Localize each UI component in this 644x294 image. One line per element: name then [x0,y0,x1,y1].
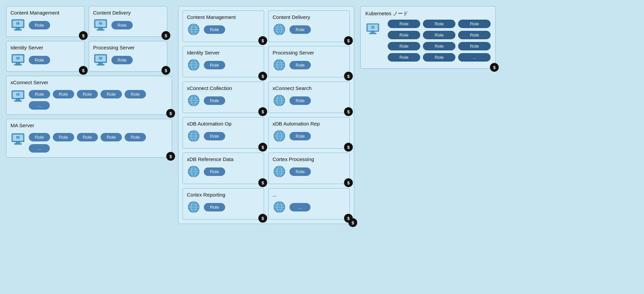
column-2: Content Management Role $ Content Delive… [178,6,354,224]
globe-icon-cd-col2 [273,23,286,36]
ma-role-3: Role [77,133,98,141]
k8s-role-ellipsis: ... [458,53,491,62]
dollar-badge-cd-col2: $ [344,36,353,45]
svg-rect-7 [97,29,104,30]
identity-server-title-col1: Identity Server [10,45,80,50]
content-delivery-title-col1: Content Delivery [93,10,163,16]
xdbrd-box-col2: xDB Reference Data Role $ [183,153,264,184]
ma-role-4: Role [101,133,122,141]
k8s-role-3: Role [458,20,491,28]
crep-content-col2: Role [187,200,260,214]
content-delivery-content-col1: Role [93,18,163,32]
k8s-role-6: Role [458,31,491,39]
processing-server-title-col1: Processing Server [93,45,163,50]
ma-server-title-col1: MA Server [10,122,168,128]
dollar-badge-xdbrd-col2: $ [258,178,267,187]
xconnect-roles-grid: Role Role Role Role Role ... [29,90,168,110]
monitor-icon-xc-col1 [10,89,25,103]
cd-title-col2: Content Delivery [273,14,345,20]
svg-rect-6 [99,28,103,29]
dollar-badge-xcc-col2: $ [258,107,267,116]
globe-icon-cm-col2 [187,23,200,36]
k8s-role-10: Role [388,53,420,62]
dollar-badge-xdbao-col2: $ [258,143,267,152]
xconnect-role-3: Role [77,90,98,98]
k8s-role-4: Role [388,31,420,39]
dollar-badge-crep-col2: $ [258,214,267,223]
xcc-content-col2: Role [187,94,260,107]
svg-rect-14 [16,57,20,60]
ps-title-col2: Processing Server [273,50,345,55]
svg-rect-16 [99,63,103,64]
k8s-role-1: Role [388,20,420,28]
content-delivery-box-col1: Content Delivery Role $ [89,6,167,37]
column-1: Content Management Role $ Content Delive… [6,6,172,158]
globe-icon-xcc-col2 [187,94,200,107]
top-pair: Content Management Role $ Content Delive… [6,6,172,37]
svg-rect-29 [16,136,20,139]
role-pill-is-col2: Role [204,61,225,69]
globe-icon-xdbar-col2 [273,129,286,143]
role-pill-cd-col2: Role [289,25,311,34]
dollar-badge-ma-col1: $ [166,152,175,161]
svg-rect-2 [14,29,22,30]
globe-icon-xdbao-col2 [187,129,200,143]
xcc-box-col2: xConnect Collection Role $ [183,82,264,113]
xcc-title-col2: xConnect Collection [187,85,260,91]
role-pill-ps-col2: Role [289,61,311,69]
processing-server-content-col1: Role [93,53,163,67]
dollar-badge-k8s: $ [490,63,499,72]
k8s-role-7: Role [388,42,420,50]
xdbrd-content-col2: Role [187,165,260,178]
processing-server-box-col1: Processing Server Role $ [89,41,167,72]
cproc-box-col2: Cortex Processing Role $ [268,153,350,184]
ma-role-2: Role [53,133,74,141]
role-pill-is-col1: Role [29,56,50,64]
ellipsis-box-col2: ... ... $ [268,188,350,220]
svg-rect-22 [14,100,22,101]
kubernetes-box: Kubernetes ノード Role Role Role Role Role … [360,6,496,69]
ellipsis-content-col2: ... [273,200,345,214]
svg-rect-27 [14,143,22,144]
dollar-badge-ps-col2: $ [344,72,353,81]
k8s-role-2: Role [423,20,455,28]
xdbar-title-col2: xDB Automation Rep [273,121,345,127]
svg-rect-94 [371,26,374,29]
dollar-badge-xc-col1: $ [166,109,175,118]
dollar-badge-xdbar-col2: $ [344,143,353,152]
ps-content-col2: Role [273,58,345,72]
globe-icon-xcs-col2 [273,94,286,107]
role-pill-ellipsis-col2: ... [289,203,310,211]
cm-box-col2: Content Management Role $ [183,10,264,42]
content-management-box-col1: Content Management Role $ [6,6,85,37]
role-pill-cm-col1: Role [29,21,50,29]
monitor-icon-cd-col1 [93,18,108,32]
ma-role-5: Role [125,133,146,141]
role-pill-ps-col1: Role [111,56,133,64]
xcs-title-col2: xConnect Search [273,85,345,91]
xdbao-content-col2: Role [187,129,260,143]
ma-role-1: Role [29,133,50,141]
svg-rect-12 [14,64,22,65]
ma-server-content-col1: Role Role Role Role Role ... [10,131,168,153]
svg-rect-19 [99,57,102,60]
is-content-col2: Role [187,58,260,72]
kubernetes-roles-grid: Role Role Role Role Role Role Role Role … [388,20,491,62]
svg-rect-92 [369,33,376,34]
xcs-box-col2: xConnect Search Role $ [268,82,350,113]
xconnect-role-5: Role [125,90,146,98]
cproc-content-col2: Role [273,165,345,178]
xconnect-role-ellipsis: ... [29,101,50,110]
svg-rect-1 [16,28,20,29]
dollar-badge-cm-col2: $ [258,36,267,45]
globe-icon-is-col2 [187,58,200,72]
crep-title-col2: Cortex Reporting [187,192,260,198]
dollar-badge-ps-col1: $ [162,66,170,75]
cd-content-col2: Role [273,23,345,36]
xconnect-role-1: Role [29,90,50,98]
cproc-title-col2: Cortex Processing [273,156,345,162]
svg-rect-91 [371,32,374,33]
content-management-title-col1: Content Management [10,10,80,16]
content-management-content-col1: Role [10,18,80,32]
is-title-col2: Identity Server [187,50,260,55]
